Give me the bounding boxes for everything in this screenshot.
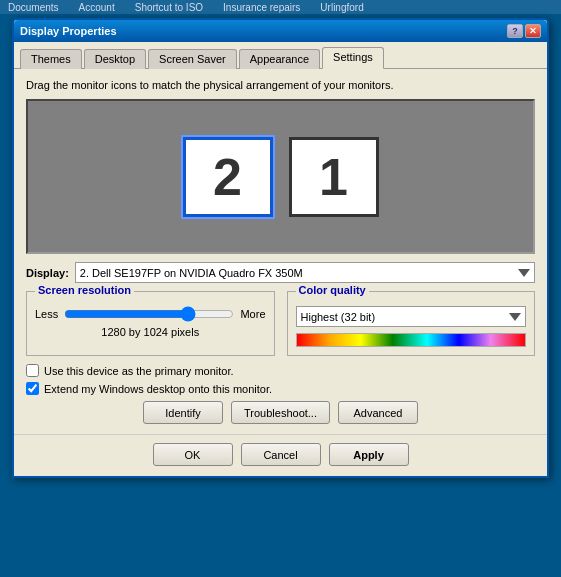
tab-desktop[interactable]: Desktop bbox=[84, 49, 146, 69]
close-button[interactable]: ✕ bbox=[525, 24, 541, 38]
more-label: More bbox=[240, 308, 265, 320]
monitor-1-icon[interactable]: 1 bbox=[289, 137, 379, 217]
two-col-section: Screen resolution Less More 1280 by 1024… bbox=[26, 291, 535, 356]
troubleshoot-button[interactable]: Troubleshoot... bbox=[231, 401, 330, 424]
extend-desktop-checkbox[interactable] bbox=[26, 382, 39, 395]
color-bar bbox=[296, 333, 527, 347]
cancel-button[interactable]: Cancel bbox=[241, 443, 321, 466]
extend-desktop-label: Extend my Windows desktop onto this moni… bbox=[44, 383, 272, 395]
screen-resolution-title: Screen resolution bbox=[35, 284, 134, 296]
tab-appearance[interactable]: Appearance bbox=[239, 49, 320, 69]
primary-monitor-label: Use this device as the primary monitor. bbox=[44, 365, 234, 377]
title-bar-buttons: ? ✕ bbox=[507, 24, 541, 38]
window-title: Display Properties bbox=[20, 25, 117, 37]
screen-resolution-group: Screen resolution Less More 1280 by 1024… bbox=[26, 291, 275, 356]
taskbar-item-4[interactable]: Insurance repairs bbox=[223, 2, 300, 13]
taskbar-item-2[interactable]: Account bbox=[79, 2, 115, 13]
color-quality-group: Color quality Highest (32 bit) Medium (1… bbox=[287, 291, 536, 356]
resolution-slider[interactable] bbox=[64, 306, 234, 322]
display-properties-window: Display Properties ? ✕ Themes Desktop Sc… bbox=[12, 18, 549, 478]
taskbar-item-5[interactable]: Urlingford bbox=[320, 2, 363, 13]
monitor-2-number: 2 bbox=[213, 147, 242, 207]
color-quality-title: Color quality bbox=[296, 284, 369, 296]
monitor-2-icon[interactable]: 2 bbox=[183, 137, 273, 217]
color-quality-select[interactable]: Highest (32 bit) Medium (16 bit) Low (8 … bbox=[296, 306, 527, 327]
primary-monitor-checkbox[interactable] bbox=[26, 364, 39, 377]
action-buttons: Identify Troubleshoot... Advanced bbox=[26, 401, 535, 424]
extend-desktop-row: Extend my Windows desktop onto this moni… bbox=[26, 382, 535, 395]
settings-content: Drag the monitor icons to match the phys… bbox=[14, 69, 547, 434]
apply-button[interactable]: Apply bbox=[329, 443, 409, 466]
tab-bar: Themes Desktop Screen Saver Appearance S… bbox=[14, 42, 547, 69]
advanced-button[interactable]: Advanced bbox=[338, 401, 418, 424]
tab-screensaver[interactable]: Screen Saver bbox=[148, 49, 237, 69]
display-label: Display: bbox=[26, 267, 69, 279]
display-select[interactable]: 2. Dell SE197FP on NVIDIA Quadro FX 350M bbox=[75, 262, 535, 283]
help-button[interactable]: ? bbox=[507, 24, 523, 38]
title-bar: Display Properties ? ✕ bbox=[14, 20, 547, 42]
taskbar-item-1[interactable]: Documents bbox=[8, 2, 59, 13]
tab-settings[interactable]: Settings bbox=[322, 47, 384, 69]
instruction-text: Drag the monitor icons to match the phys… bbox=[26, 79, 535, 91]
taskbar-item-3[interactable]: Shortcut to ISO bbox=[135, 2, 203, 13]
identify-button[interactable]: Identify bbox=[143, 401, 223, 424]
ok-cancel-row: OK Cancel Apply bbox=[14, 434, 547, 476]
primary-monitor-row: Use this device as the primary monitor. bbox=[26, 364, 535, 377]
ok-button[interactable]: OK bbox=[153, 443, 233, 466]
monitor-area: 2 1 bbox=[26, 99, 535, 254]
less-label: Less bbox=[35, 308, 58, 320]
color-select-row: Highest (32 bit) Medium (16 bit) Low (8 … bbox=[296, 306, 527, 327]
resolution-text: 1280 by 1024 pixels bbox=[35, 326, 266, 338]
tab-themes[interactable]: Themes bbox=[20, 49, 82, 69]
monitor-1-number: 1 bbox=[319, 147, 348, 207]
taskbar: Documents Account Shortcut to ISO Insura… bbox=[0, 0, 561, 14]
display-row: Display: 2. Dell SE197FP on NVIDIA Quadr… bbox=[26, 262, 535, 283]
slider-row: Less More bbox=[35, 306, 266, 322]
